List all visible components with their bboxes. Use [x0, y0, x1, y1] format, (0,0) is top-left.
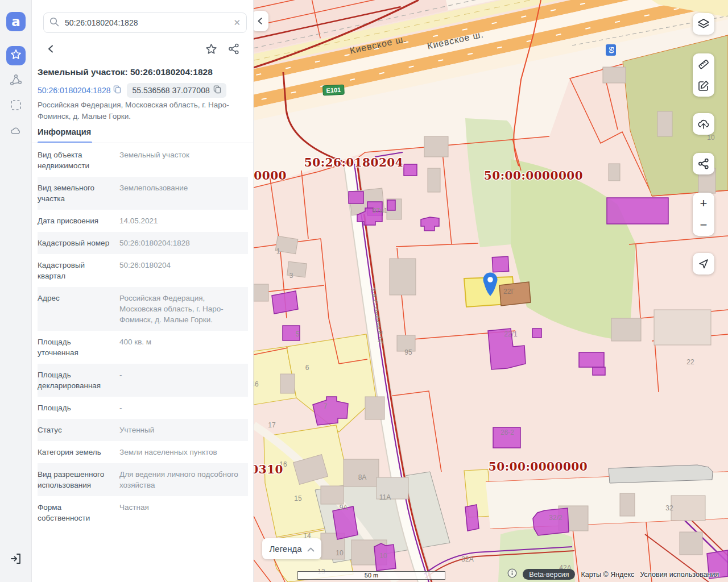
- tab-divider: [32, 143, 254, 143]
- svg-text:50:00:0000000: 50:00:0000000: [484, 169, 583, 182]
- svg-text:10: 10: [707, 134, 715, 142]
- legend-button[interactable]: Легенда: [262, 538, 321, 559]
- svg-text:15: 15: [294, 494, 302, 502]
- svg-text:7: 7: [324, 402, 328, 410]
- page-title: Земельный участок: 50:26:0180204:1828: [38, 67, 248, 77]
- svg-text:26-2: 26-2: [500, 429, 514, 436]
- info-row: Форма собственностиЧастная: [38, 496, 248, 529]
- coordinates-text: 55.536568 37.077008: [132, 86, 209, 95]
- row-label: Кадастровый квартал: [38, 260, 113, 281]
- road-50-badge: 50: [606, 44, 616, 56]
- scale-label: 50 m: [365, 572, 378, 579]
- svg-text:32А: 32А: [461, 555, 473, 563]
- row-value: Учтенный: [119, 425, 248, 435]
- row-value: 50:26:0180204:1828: [119, 238, 248, 248]
- search-input[interactable]: [64, 18, 233, 28]
- identifier-chips: 50:26:0180204:1828 55.536568 37.077008: [38, 83, 248, 98]
- row-value: 14.05.2021: [119, 215, 248, 226]
- row-label: Площадь: [38, 402, 113, 413]
- row-value: Российская Федерация, Московская область…: [119, 293, 248, 325]
- coordinates-chip[interactable]: 55.536568 37.077008: [127, 83, 226, 98]
- info-row: Вид земельного участкаЗемлепользование: [38, 177, 248, 210]
- terms-link[interactable]: Условия использования: [640, 571, 719, 579]
- sidebar-item-cloud[interactable]: [10, 126, 22, 139]
- back-button[interactable]: [43, 41, 59, 57]
- zoom-in-button[interactable]: +: [693, 193, 714, 214]
- info-row: Вид разрешенного использованияДля ведени…: [38, 463, 248, 496]
- favorite-button[interactable]: [203, 41, 219, 57]
- svg-text:5: 5: [296, 330, 300, 338]
- svg-text:97н1: 97н1: [373, 207, 388, 215]
- info-row: Категория земельЗемли населенных пунктов: [38, 441, 248, 463]
- map-canvas[interactable]: 1 3 5 6 7 17 15 16 46 13 14 10 10 8А 9А …: [254, 0, 728, 582]
- sidebar-item-favorites[interactable]: [6, 46, 26, 65]
- row-label: Вид разрешенного использования: [38, 469, 113, 490]
- row-value: -: [119, 369, 248, 391]
- info-row: Дата присвоения14.05.2021: [38, 210, 248, 232]
- zoom-out-button[interactable]: −: [693, 214, 714, 236]
- app-logo[interactable]: a: [6, 12, 26, 31]
- map-area: 1 3 5 6 7 17 15 16 46 13 14 10 10 8А 9А …: [254, 0, 728, 582]
- info-row: АдресРоссийская Федерация, Московская об…: [38, 287, 248, 331]
- navigate-icon: [693, 253, 714, 275]
- measure-edit-group: [693, 53, 714, 97]
- map-provider-link[interactable]: Карты © Яндекс: [581, 571, 634, 579]
- svg-text:6: 6: [305, 364, 309, 372]
- app-rail: a: [0, 0, 32, 582]
- graph-nodes-icon: [10, 74, 22, 89]
- row-label: Категория земель: [38, 447, 113, 458]
- cloud-icon: [10, 125, 22, 140]
- row-value: Для ведения личного подсобного хозяйства: [119, 469, 248, 490]
- row-label: Адрес: [38, 293, 113, 325]
- row-value: Земли населенных пунктов: [119, 447, 248, 458]
- svg-text:95: 95: [404, 348, 412, 356]
- scale-bar: 50 m: [297, 571, 445, 580]
- collapse-panel-button[interactable]: [254, 11, 268, 31]
- tab-information[interactable]: Информация: [38, 127, 91, 136]
- row-label: Дата присвоения: [38, 215, 113, 226]
- cadastral-number-text: 50:26:0180204:1828: [38, 86, 110, 95]
- locate-button[interactable]: [693, 253, 714, 275]
- svg-text:9А: 9А: [340, 504, 348, 512]
- row-label: Площадь декларированная: [38, 369, 113, 391]
- info-icon[interactable]: [507, 568, 517, 580]
- copy-coordinates-icon[interactable]: [213, 85, 221, 95]
- chevron-up-icon: [307, 544, 315, 554]
- info-row: Вид объекта недвижимостиЗемельный участо…: [38, 144, 248, 177]
- svg-text:50:00:0000000: 50:00:0000000: [489, 460, 588, 473]
- row-label: Статус: [38, 425, 113, 435]
- sign-in-button[interactable]: [10, 554, 22, 566]
- cadastral-number-link[interactable]: 50:26:0180204:1828: [38, 85, 121, 95]
- row-value: 50:26:0180204: [119, 260, 248, 281]
- info-table: Вид объекта недвижимостиЗемельный участо…: [38, 144, 248, 529]
- svg-text:50: 50: [608, 47, 615, 53]
- upload-button[interactable]: [693, 113, 714, 135]
- map-attribution: Beta-версия Карты © Яндекс Условия испол…: [507, 568, 719, 580]
- row-value: -: [119, 402, 248, 413]
- legend-label: Легенда: [269, 544, 301, 554]
- sidebar-item-select-area[interactable]: [10, 100, 22, 113]
- sign-in-icon: [9, 552, 23, 568]
- ruler-button[interactable]: [693, 53, 714, 75]
- svg-text:10: 10: [379, 552, 387, 560]
- row-value: Земельный участок: [119, 149, 248, 171]
- svg-text:22/1: 22/1: [504, 330, 518, 338]
- row-value: Частная: [119, 502, 248, 523]
- svg-text:22: 22: [686, 358, 694, 366]
- row-label: Площадь уточненная: [38, 336, 113, 358]
- svg-text:3: 3: [289, 272, 293, 280]
- svg-text:60310: 60310: [254, 463, 283, 476]
- sidebar-item-graph[interactable]: [10, 75, 22, 88]
- share-button[interactable]: [226, 41, 242, 57]
- share-nodes-icon: [693, 153, 714, 174]
- panel-actions: [43, 41, 247, 58]
- edit-button[interactable]: [693, 75, 714, 97]
- copy-number-icon[interactable]: [113, 85, 121, 95]
- search-icon: [49, 17, 59, 29]
- search-bar: ✕: [43, 13, 247, 33]
- layers-button[interactable]: [693, 13, 714, 35]
- star-icon: [10, 49, 22, 63]
- share-map-button[interactable]: [693, 153, 714, 174]
- info-row: Кадастровый номер50:26:0180204:1828: [38, 232, 248, 254]
- clear-search-icon[interactable]: ✕: [233, 18, 241, 28]
